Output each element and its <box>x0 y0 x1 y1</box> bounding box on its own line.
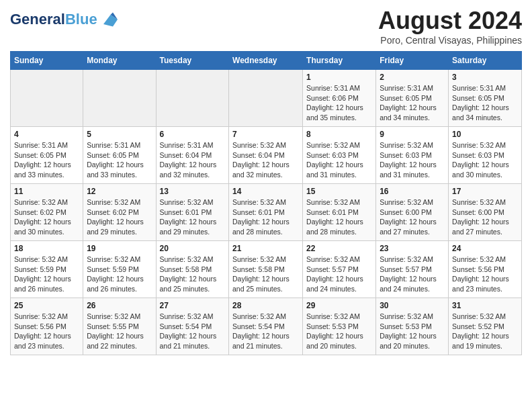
day-info: Sunrise: 5:32 AM Sunset: 5:53 PM Dayligh… <box>306 312 372 351</box>
day-number: 28 <box>232 301 299 310</box>
calendar-cell: 15Sunrise: 5:32 AM Sunset: 6:01 PM Dayli… <box>303 184 376 241</box>
month-title: August 2024 <box>378 7 522 35</box>
calendar-cell: 19Sunrise: 5:32 AM Sunset: 5:59 PM Dayli… <box>83 241 156 298</box>
logo: GeneralBlue <box>10 10 118 29</box>
header-day-tuesday: Tuesday <box>156 52 229 70</box>
day-number: 6 <box>160 130 226 139</box>
calendar-cell: 24Sunrise: 5:32 AM Sunset: 5:56 PM Dayli… <box>449 241 522 298</box>
day-info: Sunrise: 5:32 AM Sunset: 6:02 PM Dayligh… <box>87 197 152 237</box>
calendar-cell: 11Sunrise: 5:32 AM Sunset: 6:02 PM Dayli… <box>11 184 83 241</box>
week-row-4: 25Sunrise: 5:32 AM Sunset: 5:56 PM Dayli… <box>11 298 522 355</box>
calendar-cell: 3Sunrise: 5:31 AM Sunset: 6:05 PM Daylig… <box>449 70 522 127</box>
header-day-friday: Friday <box>376 52 449 70</box>
day-info: Sunrise: 5:32 AM Sunset: 5:58 PM Dayligh… <box>232 255 299 294</box>
day-info: Sunrise: 5:32 AM Sunset: 5:58 PM Dayligh… <box>160 255 226 294</box>
day-info: Sunrise: 5:32 AM Sunset: 5:56 PM Dayligh… <box>14 312 79 351</box>
calendar-cell: 6Sunrise: 5:31 AM Sunset: 6:04 PM Daylig… <box>156 127 229 184</box>
day-number: 13 <box>160 187 226 196</box>
day-info: Sunrise: 5:32 AM Sunset: 6:01 PM Dayligh… <box>306 197 372 237</box>
day-info: Sunrise: 5:32 AM Sunset: 6:03 PM Dayligh… <box>380 140 445 180</box>
calendar-cell <box>11 70 83 127</box>
logo-icon <box>99 10 118 29</box>
calendar-cell: 18Sunrise: 5:32 AM Sunset: 5:59 PM Dayli… <box>11 241 83 298</box>
day-info: Sunrise: 5:32 AM Sunset: 6:03 PM Dayligh… <box>452 140 518 180</box>
day-info: Sunrise: 5:32 AM Sunset: 6:01 PM Dayligh… <box>160 197 226 237</box>
calendar-cell: 16Sunrise: 5:32 AM Sunset: 6:00 PM Dayli… <box>376 184 449 241</box>
day-info: Sunrise: 5:32 AM Sunset: 5:57 PM Dayligh… <box>380 255 445 294</box>
day-info: Sunrise: 5:32 AM Sunset: 5:59 PM Dayligh… <box>14 255 79 294</box>
calendar-cell: 28Sunrise: 5:32 AM Sunset: 5:54 PM Dayli… <box>229 298 303 355</box>
day-number: 8 <box>306 130 372 139</box>
day-number: 27 <box>160 301 226 310</box>
calendar-cell: 25Sunrise: 5:32 AM Sunset: 5:56 PM Dayli… <box>11 298 83 355</box>
day-number: 29 <box>306 301 372 310</box>
calendar-cell: 29Sunrise: 5:32 AM Sunset: 5:53 PM Dayli… <box>303 298 376 355</box>
day-info: Sunrise: 5:31 AM Sunset: 6:04 PM Dayligh… <box>160 140 226 180</box>
calendar-cell: 12Sunrise: 5:32 AM Sunset: 6:02 PM Dayli… <box>83 184 156 241</box>
day-number: 3 <box>452 73 518 82</box>
day-info: Sunrise: 5:32 AM Sunset: 5:57 PM Dayligh… <box>306 255 372 294</box>
day-info: Sunrise: 5:31 AM Sunset: 6:05 PM Dayligh… <box>380 83 445 123</box>
week-row-1: 4Sunrise: 5:31 AM Sunset: 6:05 PM Daylig… <box>11 127 522 184</box>
day-number: 19 <box>87 244 152 253</box>
week-row-2: 11Sunrise: 5:32 AM Sunset: 6:02 PM Dayli… <box>11 184 522 241</box>
day-info: Sunrise: 5:31 AM Sunset: 6:05 PM Dayligh… <box>14 140 79 180</box>
day-info: Sunrise: 5:32 AM Sunset: 5:52 PM Dayligh… <box>452 312 518 351</box>
location-title: Poro, Central Visayas, Philippines <box>378 35 522 46</box>
calendar-cell: 22Sunrise: 5:32 AM Sunset: 5:57 PM Dayli… <box>303 241 376 298</box>
day-info: Sunrise: 5:32 AM Sunset: 6:04 PM Dayligh… <box>232 140 299 180</box>
day-info: Sunrise: 5:32 AM Sunset: 6:03 PM Dayligh… <box>306 140 372 180</box>
day-number: 17 <box>452 187 518 196</box>
calendar-cell <box>229 70 303 127</box>
week-row-0: 1Sunrise: 5:31 AM Sunset: 6:06 PM Daylig… <box>11 70 522 127</box>
day-number: 11 <box>14 187 79 196</box>
header-day-wednesday: Wednesday <box>229 52 303 70</box>
header-row: SundayMondayTuesdayWednesdayThursdayFrid… <box>11 52 522 70</box>
calendar-cell: 13Sunrise: 5:32 AM Sunset: 6:01 PM Dayli… <box>156 184 229 241</box>
day-info: Sunrise: 5:32 AM Sunset: 5:56 PM Dayligh… <box>452 255 518 294</box>
header: GeneralBlue August 2024 Poro, Central Vi… <box>10 7 522 46</box>
day-info: Sunrise: 5:32 AM Sunset: 5:53 PM Dayligh… <box>380 312 445 351</box>
day-number: 10 <box>452 130 518 139</box>
day-info: Sunrise: 5:32 AM Sunset: 5:54 PM Dayligh… <box>232 312 299 351</box>
calendar-cell: 5Sunrise: 5:31 AM Sunset: 6:05 PM Daylig… <box>83 127 156 184</box>
day-number: 21 <box>232 244 299 253</box>
calendar-cell: 4Sunrise: 5:31 AM Sunset: 6:05 PM Daylig… <box>11 127 83 184</box>
day-number: 22 <box>306 244 372 253</box>
calendar-cell: 21Sunrise: 5:32 AM Sunset: 5:58 PM Dayli… <box>229 241 303 298</box>
calendar-cell: 14Sunrise: 5:32 AM Sunset: 6:01 PM Dayli… <box>229 184 303 241</box>
calendar-cell: 20Sunrise: 5:32 AM Sunset: 5:58 PM Dayli… <box>156 241 229 298</box>
day-number: 12 <box>87 187 152 196</box>
calendar-cell: 1Sunrise: 5:31 AM Sunset: 6:06 PM Daylig… <box>303 70 376 127</box>
header-day-sunday: Sunday <box>11 52 83 70</box>
day-info: Sunrise: 5:32 AM Sunset: 6:00 PM Dayligh… <box>452 197 518 237</box>
day-info: Sunrise: 5:32 AM Sunset: 5:55 PM Dayligh… <box>87 312 152 351</box>
calendar-cell: 9Sunrise: 5:32 AM Sunset: 6:03 PM Daylig… <box>376 127 449 184</box>
day-number: 26 <box>87 301 152 310</box>
day-number: 1 <box>306 73 372 82</box>
calendar-cell: 8Sunrise: 5:32 AM Sunset: 6:03 PM Daylig… <box>303 127 376 184</box>
day-number: 30 <box>380 301 445 310</box>
day-number: 9 <box>380 130 445 139</box>
header-day-saturday: Saturday <box>449 52 522 70</box>
calendar-cell: 31Sunrise: 5:32 AM Sunset: 5:52 PM Dayli… <box>449 298 522 355</box>
day-number: 14 <box>232 187 299 196</box>
day-number: 2 <box>380 73 445 82</box>
day-number: 7 <box>232 130 299 139</box>
calendar-cell <box>83 70 156 127</box>
day-number: 24 <box>452 244 518 253</box>
day-number: 18 <box>14 244 79 253</box>
day-number: 31 <box>452 301 518 310</box>
calendar-cell: 23Sunrise: 5:32 AM Sunset: 5:57 PM Dayli… <box>376 241 449 298</box>
calendar-cell: 17Sunrise: 5:32 AM Sunset: 6:00 PM Dayli… <box>449 184 522 241</box>
calendar-cell: 2Sunrise: 5:31 AM Sunset: 6:05 PM Daylig… <box>376 70 449 127</box>
day-info: Sunrise: 5:32 AM Sunset: 6:00 PM Dayligh… <box>380 197 445 237</box>
day-number: 23 <box>380 244 445 253</box>
calendar-cell <box>156 70 229 127</box>
day-info: Sunrise: 5:32 AM Sunset: 6:01 PM Dayligh… <box>232 197 299 237</box>
day-number: 5 <box>87 130 152 139</box>
day-number: 16 <box>380 187 445 196</box>
day-number: 25 <box>14 301 79 310</box>
day-info: Sunrise: 5:31 AM Sunset: 6:06 PM Dayligh… <box>306 83 372 123</box>
week-row-3: 18Sunrise: 5:32 AM Sunset: 5:59 PM Dayli… <box>11 241 522 298</box>
